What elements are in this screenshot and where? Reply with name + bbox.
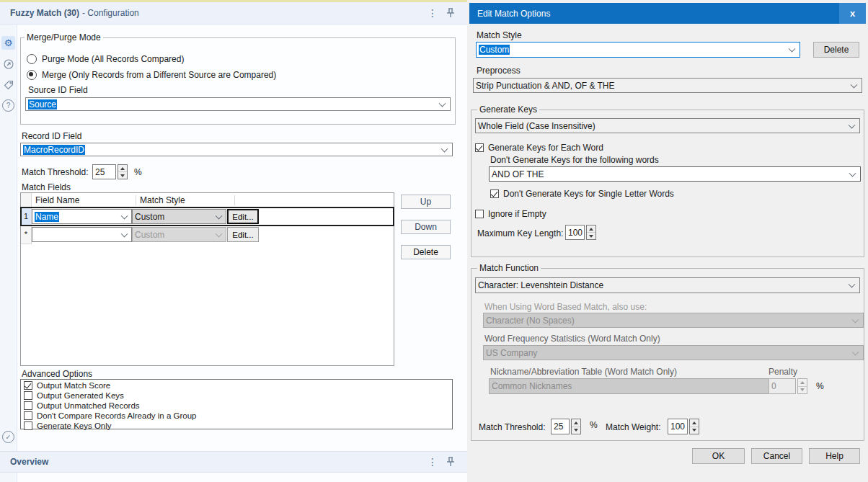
row-selector[interactable]: 1 <box>21 207 32 226</box>
spinner-arrows[interactable] <box>118 164 128 179</box>
stopwords-combo[interactable]: AND OF THE <box>489 166 861 182</box>
max-key-length-value[interactable]: 100 <box>565 225 585 240</box>
dialog-match-threshold-spinner[interactable]: 25 <box>551 419 581 434</box>
panel-menu-icon[interactable]: ⋮ <box>427 5 438 21</box>
match-threshold-spinner[interactable]: 25 <box>92 164 128 179</box>
delete-field-button[interactable]: Delete <box>401 245 451 259</box>
generate-keys-mode-value: Whole Field (Case Insensitive) <box>478 121 595 131</box>
delete-style-button[interactable]: Delete <box>813 42 859 58</box>
dialog-title: Edit Match Options <box>477 9 550 19</box>
purge-mode-radio[interactable] <box>27 54 37 64</box>
match-style-column-header: Match Style <box>136 195 235 205</box>
match-field-row-1: 1 Name Custom Edit... <box>21 207 394 226</box>
dialog-match-threshold-value[interactable]: 25 <box>551 419 570 434</box>
generate-keys-only-checkbox[interactable] <box>24 421 32 430</box>
ok-button[interactable]: OK <box>692 448 745 464</box>
chevron-down-icon <box>849 121 856 128</box>
max-key-length-spinner[interactable]: 100 <box>565 225 596 240</box>
spin-up-icon[interactable] <box>572 419 580 427</box>
dialog-title-bar[interactable]: Edit Match Options x <box>469 3 866 24</box>
output-generated-keys-checkbox[interactable] <box>24 391 32 400</box>
edit-match-style-button[interactable]: Edit... <box>227 227 259 242</box>
match-style-combo[interactable]: Custom <box>132 209 226 224</box>
record-id-field-combo[interactable]: MacroRecordID <box>20 143 453 156</box>
stopwords-value: AND OF THE <box>492 169 544 179</box>
purge-mode-radio-row[interactable]: Purge Mode (All Records Compared) <box>27 54 184 64</box>
match-function-combo[interactable]: Character: Levenshtein Distance <box>475 277 860 293</box>
generate-keys-each-word-checkbox[interactable] <box>475 143 484 152</box>
chevron-down-icon <box>216 212 223 219</box>
dont-compare-grouped-checkbox[interactable] <box>24 411 32 420</box>
overview-pin-icon[interactable] <box>444 455 457 468</box>
overview-panel-header[interactable]: Overview ⋮ <box>0 451 467 473</box>
move-down-button[interactable]: Down <box>401 220 451 234</box>
max-key-length-label: Maximum Key Length: <box>477 228 563 238</box>
field-name-combo[interactable]: Name <box>32 209 132 224</box>
navigation-arrow-icon[interactable] <box>1 57 15 71</box>
source-id-field-label: Source ID Field <box>28 85 88 95</box>
config-panel-header: Fuzzy Match (30)- Configuration ⋮ <box>0 2 467 24</box>
spin-up-icon[interactable] <box>118 165 127 172</box>
match-style-label: Match Style <box>477 30 522 40</box>
advanced-options-label: Advanced Options <box>22 369 92 379</box>
spin-down-icon[interactable] <box>587 233 595 239</box>
single-letter-label: Don't Generate Keys for Single Letter Wo… <box>503 189 674 199</box>
penalty-label: Penalty <box>769 367 797 377</box>
move-up-button[interactable]: Up <box>401 195 451 209</box>
row-selector[interactable]: * <box>21 226 32 244</box>
merge-purge-group-label: Merge/Purge Mode <box>25 32 103 43</box>
edit-match-options-dialog: Edit Match Options x Match Style Custom … <box>467 0 868 482</box>
penalty-percent: % <box>816 381 824 391</box>
help-button[interactable]: Help <box>809 448 860 464</box>
merge-mode-radio-row[interactable]: Merge (Only Records from a Different Sou… <box>27 70 276 80</box>
cancel-button[interactable]: Cancel <box>751 448 802 464</box>
word-based-match-value: Character (No Spaces) <box>486 316 575 326</box>
edit-match-style-button[interactable]: Edit... <box>227 209 259 224</box>
purge-mode-label: Purge Mode (All Records Compared) <box>42 54 184 64</box>
merge-mode-radio[interactable] <box>27 70 37 80</box>
source-id-field-value: Source <box>28 99 57 110</box>
output-match-score-checkbox[interactable] <box>24 381 32 390</box>
spin-up-icon[interactable] <box>587 226 595 233</box>
merge-purge-group: Merge/Purge Mode Purge Mode (All Records… <box>20 32 456 125</box>
overview-menu-icon[interactable]: ⋮ <box>427 454 438 470</box>
match-weight-spinner[interactable]: 100 <box>668 419 699 434</box>
field-name-value: Name <box>35 212 59 222</box>
check-status-icon: ✓ <box>1 430 15 444</box>
chevron-down-icon <box>849 169 856 177</box>
record-id-field-label: Record ID Field <box>22 131 81 141</box>
spinner-arrows[interactable] <box>586 225 596 240</box>
option-label: Don't Compare Records Already in a Group <box>37 411 196 420</box>
spin-up-icon[interactable] <box>690 419 699 427</box>
match-style-value: Custom <box>479 45 510 55</box>
spin-down-icon[interactable] <box>572 427 580 434</box>
ignore-if-empty-checkbox[interactable] <box>475 210 484 218</box>
spinner-arrows <box>797 378 807 394</box>
annotation-tag-icon[interactable] <box>1 78 15 92</box>
single-letter-words-checkbox[interactable] <box>490 189 499 198</box>
nickname-table-label: Nickname/Abbreviation Table (Word Match … <box>490 367 677 377</box>
match-style-combo[interactable]: Custom <box>476 42 800 58</box>
spinner-arrows[interactable] <box>571 419 581 434</box>
generate-keys-mode-combo[interactable]: Whole Field (Case Insensitive) <box>475 118 860 133</box>
word-frequency-combo: US Company <box>483 345 864 360</box>
configuration-tab-gear-icon[interactable]: ⚙ <box>1 36 15 50</box>
preprocess-combo[interactable]: Strip Punctuation & AND, OF & THE <box>473 78 862 93</box>
field-name-combo-empty[interactable] <box>32 227 132 242</box>
spin-down-icon[interactable] <box>118 172 127 179</box>
spin-down-icon[interactable] <box>690 427 699 434</box>
panel-pin-icon[interactable] <box>444 6 457 19</box>
option-label: Output Generated Keys <box>37 391 124 400</box>
help-icon[interactable]: ? <box>1 99 15 112</box>
match-threshold-value[interactable]: 25 <box>92 164 116 179</box>
preprocess-label: Preprocess <box>477 66 521 76</box>
match-weight-value[interactable]: 100 <box>668 419 688 434</box>
spinner-arrows[interactable] <box>689 419 699 434</box>
match-style-value: Custom <box>135 230 164 240</box>
match-field-row-new: * Custom Edit... <box>21 226 394 244</box>
option-label: Output Unmatched Records <box>37 401 140 410</box>
source-id-field-combo[interactable]: Source <box>25 97 451 111</box>
fuzzy-match-config-panel: Fuzzy Match (30)- Configuration ⋮ ⚙ ? ✓ <box>0 0 467 482</box>
close-icon[interactable]: x <box>839 3 866 24</box>
output-unmatched-records-checkbox[interactable] <box>24 401 32 410</box>
